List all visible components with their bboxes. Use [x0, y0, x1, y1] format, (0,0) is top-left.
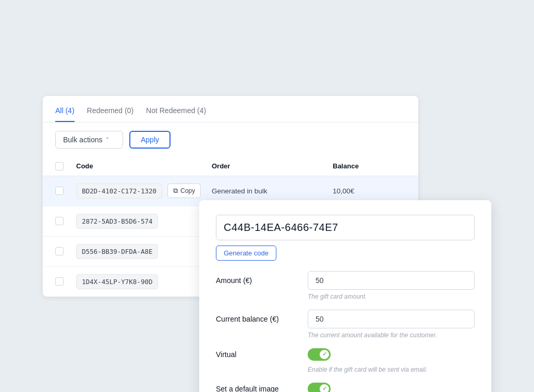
row1-balance: 10,00€ [333, 187, 406, 195]
table-header: Code Order Balance [43, 157, 418, 176]
check-icon: ✓ [322, 385, 327, 392]
row3-checkbox[interactable] [55, 247, 64, 255]
current-balance-hint: The current amount available for the cus… [308, 332, 475, 339]
row4-checkbox[interactable] [55, 277, 64, 286]
row4-code-cell: 1D4X-45LP-Y7K8-90D [76, 274, 212, 289]
row1-code-cell: BD2D-4102-C172-1320 ⧉ Copy [76, 183, 212, 199]
tab-not-redeemed[interactable]: Not Redeemed (4) [146, 106, 206, 122]
default-image-toggle[interactable]: ✓ [308, 383, 331, 393]
bulk-actions-select[interactable]: Bulk actions ⌃ [55, 131, 123, 149]
default-image-group: Set a default image ✓ Set a default imag… [216, 383, 475, 393]
copy-icon: ⧉ [173, 187, 178, 195]
row1-checkbox-cell [55, 187, 76, 195]
tab-redeemed[interactable]: Redeemed (0) [87, 106, 134, 122]
default-image-toggle-thumb: ✓ [320, 384, 329, 393]
checkbox-header [55, 162, 76, 170]
code-input-row: Generate code [216, 215, 475, 261]
virtual-toggle-track: ✓ [308, 348, 331, 361]
generate-code-button[interactable]: Generate code [216, 246, 276, 261]
virtual-toggle[interactable]: ✓ [308, 348, 331, 361]
gift-card-code-input[interactable] [216, 215, 475, 240]
row2-checkbox-cell [55, 217, 76, 225]
tabs-container: All (4) Redeemed (0) Not Redeemed (4) [43, 96, 418, 123]
amount-hint: The gift card amount. [308, 293, 475, 300]
virtual-label: Virtual [216, 348, 299, 359]
copy-button[interactable]: ⧉ Copy [167, 183, 201, 198]
detail-panel: Generate code Amount (€) The gift card a… [199, 200, 491, 393]
virtual-group: Virtual ✓ Enable if the gift card will b… [216, 348, 475, 373]
amount-input[interactable] [308, 271, 475, 290]
toolbar: Bulk actions ⌃ Apply [43, 123, 418, 157]
copy-label: Copy [180, 187, 195, 194]
order-header: Order [212, 162, 333, 170]
apply-button[interactable]: Apply [129, 131, 171, 149]
row3-code: D556-BB39-DFDA-A8E [76, 244, 158, 259]
balance-header: Balance [333, 162, 406, 170]
row4-code: 1D4X-45LP-Y7K8-90D [76, 274, 158, 289]
virtual-toggle-thumb: ✓ [320, 350, 329, 359]
amount-label: Amount (€) [216, 271, 299, 285]
code-header: Code [76, 162, 212, 170]
bulk-actions-label: Bulk actions [63, 136, 102, 144]
default-image-toggle-track: ✓ [308, 383, 331, 393]
row3-code-cell: D556-BB39-DFDA-A8E [76, 244, 212, 259]
current-balance-group: Current balance (€) The current amount a… [216, 310, 475, 339]
amount-group: Amount (€) The gift card amount. [216, 271, 475, 300]
select-all-checkbox[interactable] [55, 162, 64, 170]
current-balance-input[interactable] [308, 310, 475, 328]
tab-all[interactable]: All (4) [55, 106, 75, 122]
row2-code-cell: 2872-5AD3-B5D6-574 [76, 214, 212, 229]
virtual-right: ✓ Enable if the gift card will be sent v… [308, 348, 475, 373]
row4-checkbox-cell [55, 277, 76, 286]
row3-checkbox-cell [55, 247, 76, 255]
default-image-right: ✓ Set a default image for this gift card… [308, 383, 475, 393]
chevron-icon: ⌃ [105, 137, 110, 142]
amount-right: The gift card amount. [308, 271, 475, 300]
check-icon: ✓ [322, 351, 327, 358]
virtual-hint: Enable if the gift card will be sent via… [308, 366, 475, 373]
page-wrapper: All (4) Redeemed (0) Not Redeemed (4) Bu… [43, 96, 491, 297]
row1-code: BD2D-4102-C172-1320 [76, 183, 162, 199]
current-balance-right: The current amount available for the cus… [308, 310, 475, 339]
row1-checkbox[interactable] [55, 187, 64, 195]
current-balance-label: Current balance (€) [216, 310, 299, 323]
row2-code: 2872-5AD3-B5D6-574 [76, 214, 158, 229]
row1-order: Generated in bulk [212, 187, 333, 195]
row2-checkbox[interactable] [55, 217, 64, 225]
default-image-label: Set a default image [216, 383, 299, 393]
